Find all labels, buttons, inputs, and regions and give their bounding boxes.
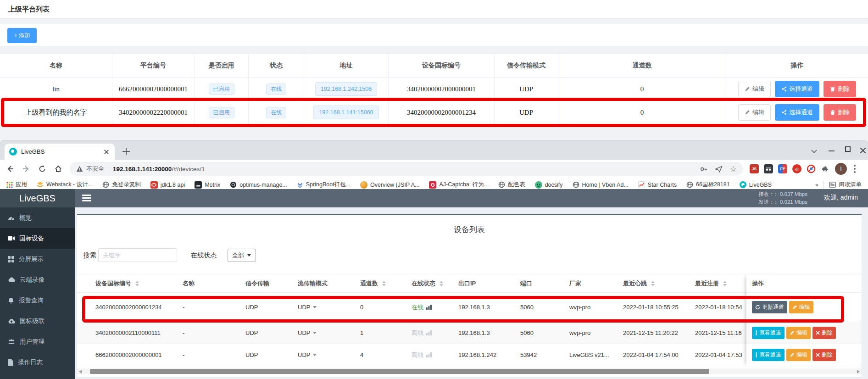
tab-close-icon[interactable] xyxy=(103,148,110,156)
bookmark-star-icon[interactable]: ☆ xyxy=(730,165,737,173)
ext-no-ads-icon[interactable] xyxy=(807,164,816,173)
password-key-icon[interactable] xyxy=(700,165,707,173)
ext-fehelper-icon[interactable]: FE xyxy=(778,164,787,173)
extensions-puzzle-icon[interactable] xyxy=(821,164,830,173)
search-input[interactable] xyxy=(98,248,177,262)
warning-icon xyxy=(76,166,83,172)
aj-captcha-icon xyxy=(429,181,436,189)
ext-blocker-hand-icon[interactable] xyxy=(792,164,801,173)
add-platform-button[interactable]: + 添加 xyxy=(7,28,37,43)
ext-json-viewer-icon[interactable]: JS xyxy=(750,164,759,173)
home-button[interactable] xyxy=(52,163,64,175)
trash-icon xyxy=(830,110,835,115)
device-stream-select[interactable]: UDP xyxy=(298,351,360,358)
window-maximize-button[interactable] xyxy=(842,144,854,155)
sidebar-item-operation-log[interactable]: 操作日志 xyxy=(0,352,75,373)
reload-button[interactable] xyxy=(36,163,48,175)
bookmark-vben-admin[interactable]: Home | Vben Ad... xyxy=(573,181,629,188)
bookmarks-overflow-chevron[interactable]: » xyxy=(815,181,818,188)
bookmark-optimus-manage[interactable]: optimus-manage... xyxy=(230,181,287,188)
address-bar[interactable]: 不安全 192.168.1.141:20000 /#/devices/1 ☆ xyxy=(70,162,743,176)
tab-search-chevron-icon[interactable] xyxy=(808,144,820,155)
welcome-user[interactable]: 欢迎, admin xyxy=(824,194,858,202)
scroll-right-arrow-icon[interactable] xyxy=(857,370,860,373)
browser-menu-icon[interactable] xyxy=(854,165,856,173)
select-channels-button[interactable]: 选择通道 xyxy=(775,104,819,121)
sidebar-item-cloud-record[interactable]: 云端录像 xyxy=(0,269,75,290)
device-heartbeat: 2022-01-04 17:54:00 xyxy=(623,351,695,358)
device-gb-id: 34020000002000001234 xyxy=(407,109,476,117)
online-state-select[interactable]: 全部 xyxy=(228,249,256,262)
delete-button[interactable]: 删除 xyxy=(823,81,856,97)
bar-chart-icon[interactable] xyxy=(426,305,432,310)
sort-icon[interactable] xyxy=(723,281,727,286)
col-heartbeat[interactable]: 最近心跳 xyxy=(623,279,695,288)
window-close-button[interactable] xyxy=(857,144,868,155)
send-to-device-icon[interactable] xyxy=(715,165,723,173)
sidebar-item-basic-config[interactable]: 基础配置 xyxy=(0,373,75,379)
bookmark-livegbs[interactable]: LiveGBS xyxy=(740,181,772,188)
new-tab-button[interactable] xyxy=(121,146,131,156)
bookmark-springboot[interactable]: SpringBoot打包... xyxy=(297,181,351,189)
back-button[interactable] xyxy=(4,163,16,175)
device-signal: UDP xyxy=(245,329,298,336)
ext-incognito-icon[interactable] xyxy=(764,164,773,173)
bookmark-overview-jsip[interactable]: Overview (JSIP A... xyxy=(360,181,419,189)
browser-tab[interactable]: LiveGBS xyxy=(5,144,115,160)
edit-device-button[interactable]: 编辑 xyxy=(786,327,811,339)
view-channels-button[interactable]: 查看通道 xyxy=(752,327,785,339)
delete-device-button[interactable]: 删除 xyxy=(812,327,836,339)
sort-icon[interactable] xyxy=(651,281,655,286)
bookmark-jdk-api[interactable]: jdk1.8 api xyxy=(150,181,185,189)
select-channels-button[interactable]: 选择通道 xyxy=(775,81,819,97)
chevron-down-icon xyxy=(313,332,317,334)
app-header: 接收 ↑： 0.037 Mbps 发送 ↓： 0.021 Mbps 欢迎, ad… xyxy=(75,189,868,207)
bookmark-aj-captcha[interactable]: AJ-Captcha: 行为... xyxy=(429,181,489,189)
edit-button[interactable]: 编辑 xyxy=(738,104,771,121)
window-minimize-button[interactable] xyxy=(826,144,838,155)
scroll-left-arrow-icon[interactable] xyxy=(79,370,82,373)
sort-icon[interactable] xyxy=(135,281,139,286)
view-channels-button[interactable]: 查看通道 xyxy=(752,349,785,361)
globe-icon xyxy=(573,181,579,188)
hamburger-menu-icon[interactable] xyxy=(82,195,91,202)
sidebar-item-user-management[interactable]: 用户管理 xyxy=(0,331,75,352)
horizontal-scrollbar[interactable] xyxy=(77,368,862,374)
col-gb-id[interactable]: 设备国标编号 xyxy=(95,279,183,288)
security-chip[interactable]: 不安全 xyxy=(86,165,104,173)
sidebar-item-overview[interactable]: 概览 xyxy=(0,207,75,228)
sidebar-item-gb-devices[interactable]: 国标设备 xyxy=(0,228,75,249)
delete-button[interactable]: 删除 xyxy=(823,104,856,121)
jdk-icon xyxy=(150,181,158,189)
bookmark-copy-free[interactable]: 免登录复制 xyxy=(102,181,141,189)
bookmark-star-charts[interactable]: Star Charts xyxy=(638,181,677,188)
bookmark-webstack[interactable]: Webstack - 设计... xyxy=(37,181,93,189)
bookmark-apps[interactable]: 应用 xyxy=(6,181,27,189)
bookmark-docsify[interactable]: docsify xyxy=(535,181,563,189)
bookmark-color-table[interactable]: 配色表 xyxy=(498,181,525,189)
device-heartbeat: 2022-01-18 10:55:25 xyxy=(623,304,695,311)
edit-device-button[interactable]: 编辑 xyxy=(789,301,813,313)
sort-icon[interactable] xyxy=(382,281,386,286)
delete-device-button[interactable]: 删除 xyxy=(812,349,836,361)
bookmark-gb28181[interactable]: 66国标28181 xyxy=(686,181,730,189)
forward-button[interactable] xyxy=(20,163,32,175)
reading-list-button[interactable]: 阅读清单 xyxy=(829,181,862,189)
globe-icon xyxy=(686,181,693,188)
profile-avatar[interactable]: I xyxy=(835,163,847,175)
sidebar-item-split-screen[interactable]: 分屏展示 xyxy=(0,249,75,269)
scrollbar-thumb[interactable] xyxy=(90,369,709,374)
sidebar-item-gb-cascade[interactable]: 国标级联 xyxy=(0,311,75,331)
edit-button[interactable]: 编辑 xyxy=(738,81,771,97)
device-list-card: 设备列表 搜索 在线状态 全部 设备国标编号 名称 信令传输 流传输模式 通道数… xyxy=(77,214,862,377)
sidebar-item-alarm-query[interactable]: 报警查询 xyxy=(0,290,75,311)
col-channels[interactable]: 通道数 xyxy=(360,279,412,288)
edit-device-button[interactable]: 编辑 xyxy=(786,349,811,361)
device-stream-select[interactable]: UDP xyxy=(298,329,360,336)
col-online[interactable]: 在线状态 xyxy=(412,279,458,288)
col-registered[interactable]: 最近注册 xyxy=(695,279,746,288)
update-channels-button[interactable]: 更新通道 xyxy=(752,301,787,313)
bookmark-motrix[interactable]: Motrix xyxy=(195,181,220,189)
sort-icon[interactable] xyxy=(440,281,443,286)
device-stream-select[interactable]: UDP xyxy=(298,304,360,311)
